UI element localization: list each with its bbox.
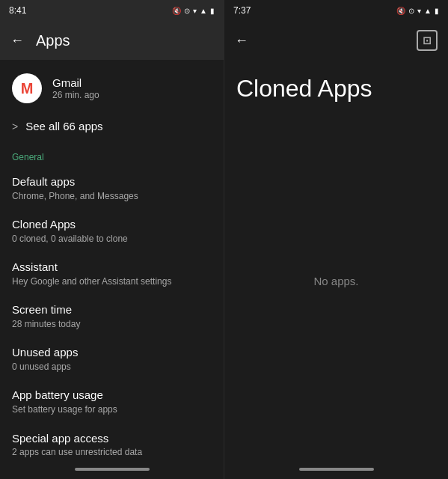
unused-apps-sub: 0 unused apps [12, 361, 212, 373]
assistant-sub: Hey Google and other Assistant settings [12, 276, 212, 288]
gmail-letter: M [21, 80, 34, 97]
back-button[interactable]: ← [10, 33, 24, 49]
right-circle-icon: ⊙ [408, 7, 414, 15]
gmail-name: Gmail [52, 76, 99, 89]
special-access-title: Special app access [12, 431, 212, 446]
cloned-apps-sub: 0 cloned, 0 available to clone [12, 234, 212, 245]
left-nav-bar [0, 463, 224, 479]
mute-icon: 🔇 [172, 7, 181, 15]
right-status-icons: 🔇 ⊙ ▾ ▲ ▮ [396, 7, 439, 15]
screen-time-sub: 28 minutes today [12, 319, 212, 331]
right-status-time: 7:37 [233, 5, 251, 16]
left-top-bar: ← Apps [0, 21, 224, 60]
default-apps-title: Default apps [12, 174, 212, 189]
left-panel: 8:41 🔇 ⊙ ▾ ▲ ▮ ← Apps M Gmail 26 min. ag… [0, 0, 224, 479]
left-status-bar: 8:41 🔇 ⊙ ▾ ▲ ▮ [0, 0, 224, 21]
menu-item-assistant[interactable]: Assistant Hey Google and other Assistant… [0, 252, 224, 295]
right-signal-icon: ▲ [424, 7, 432, 15]
menu-item-default-apps[interactable]: Default apps Chrome, Phone, and Messages [0, 167, 224, 210]
app-battery-title: App battery usage [12, 388, 212, 403]
right-mute-icon: 🔇 [396, 7, 405, 15]
info-icon: ⊡ [423, 34, 432, 46]
app-battery-sub: Set battery usage for apps [12, 404, 212, 416]
content-area-left: M Gmail 26 min. ago > See all 66 apps Ge… [0, 60, 224, 463]
see-all-row[interactable]: > See all 66 apps [0, 111, 224, 141]
gmail-info: Gmail 26 min. ago [52, 76, 99, 100]
special-access-sub: 2 apps can use unrestricted data [12, 447, 212, 459]
right-nav-bar [224, 463, 448, 479]
right-battery-icon: ▮ [435, 7, 439, 15]
default-apps-sub: Chrome, Phone, and Messages [12, 191, 212, 203]
signal-icon: ▲ [200, 7, 207, 15]
menu-item-unused-apps[interactable]: Unused apps 0 unused apps [0, 338, 224, 380]
right-back-button[interactable]: ← [235, 33, 248, 49]
chevron-right-icon: > [12, 120, 18, 132]
general-section-label: General [0, 141, 224, 167]
page-title-left: Apps [36, 32, 70, 49]
right-panel: 7:37 🔇 ⊙ ▾ ▲ ▮ ← ⊡ Cloned Apps No apps. [224, 0, 448, 479]
menu-item-special-access[interactable]: Special app access 2 apps can use unrest… [0, 424, 224, 463]
see-all-text: See all 66 apps [25, 120, 102, 132]
no-apps-container: No apps. [236, 115, 436, 448]
left-status-icons: 🔇 ⊙ ▾ ▲ ▮ [172, 7, 215, 15]
left-nav-pill [75, 468, 150, 471]
no-apps-text: No apps. [313, 275, 358, 287]
right-wifi-icon: ▾ [417, 7, 421, 15]
unused-apps-title: Unused apps [12, 345, 212, 360]
battery-icon: ▮ [210, 7, 215, 15]
cloned-apps-page-title: Cloned Apps [236, 75, 436, 103]
menu-item-cloned-apps[interactable]: Cloned Apps 0 cloned, 0 available to clo… [0, 210, 224, 252]
gmail-sub: 26 min. ago [52, 90, 99, 100]
screen-time-title: Screen time [12, 302, 212, 317]
info-icon-button[interactable]: ⊡ [417, 30, 438, 51]
menu-item-screen-time[interactable]: Screen time 28 minutes today [0, 295, 224, 338]
menu-item-app-battery[interactable]: App battery usage Set battery usage for … [0, 380, 224, 423]
circle-icon: ⊙ [184, 7, 190, 15]
right-status-bar: 7:37 🔇 ⊙ ▾ ▲ ▮ [224, 0, 448, 21]
right-nav-pill [299, 468, 374, 471]
left-status-time: 8:41 [9, 5, 26, 16]
wifi-icon: ▾ [193, 7, 197, 15]
assistant-title: Assistant [12, 260, 212, 275]
gmail-icon: M [12, 73, 42, 103]
gmail-app-item[interactable]: M Gmail 26 min. ago [0, 66, 224, 111]
right-top-bar: ← ⊡ [224, 21, 448, 60]
cloned-apps-title: Cloned Apps [12, 217, 212, 232]
right-content: Cloned Apps No apps. [224, 60, 448, 463]
